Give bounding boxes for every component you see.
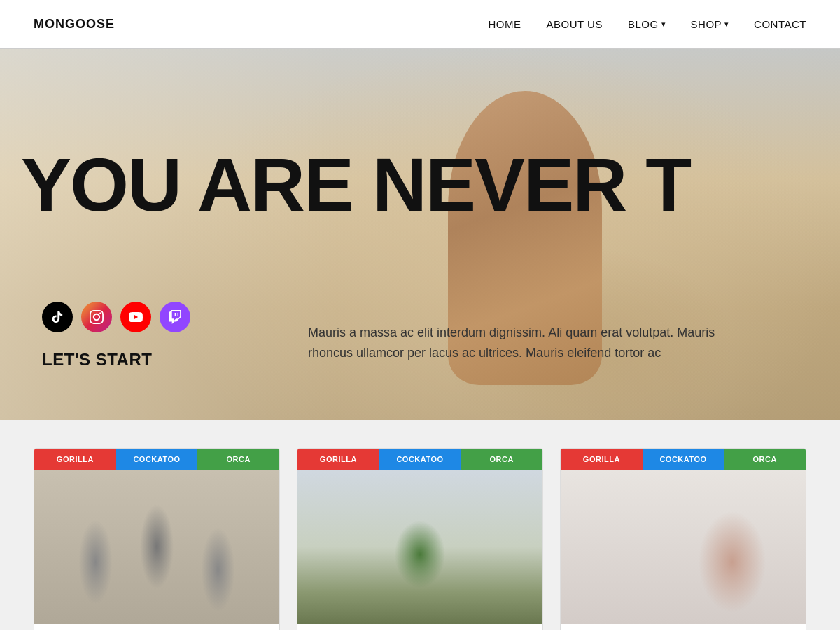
hero-cta-text[interactable]: LET'S START [42, 350, 152, 370]
chevron-down-icon: ▾ [662, 20, 666, 29]
card-1: GORILLA COCKATOO ORCA [34, 448, 280, 630]
tag-gorilla-1[interactable]: GORILLA [34, 449, 116, 470]
hero-social-links [42, 302, 190, 332]
tag-gorilla-2[interactable]: GORILLA [298, 449, 379, 470]
header: MONGOOSE HOME ABOUT US BLOG ▾ SHOP ▾ CON… [0, 0, 840, 49]
card-1-image [34, 470, 279, 624]
chevron-down-icon: ▾ [724, 20, 729, 29]
tag-cockatoo-1[interactable]: COCKATOO [116, 449, 198, 470]
hero-headline: YOU ARE NEVER T [21, 147, 690, 223]
nav-shop-dropdown[interactable]: SHOP ▾ [691, 18, 729, 30]
card-2-image [298, 470, 542, 624]
hero-section: YOU ARE NEVER T LET'S START Mauris a mas… [0, 49, 840, 420]
main-nav: HOME ABOUT US BLOG ▾ SHOP ▾ CONTACT [489, 18, 807, 30]
card-3: GORILLA COCKATOO ORCA [560, 448, 806, 630]
card-2: GORILLA COCKATOO ORCA [297, 448, 543, 630]
tag-orca-1[interactable]: ORCA [197, 449, 279, 470]
card-3-image [561, 470, 806, 624]
card-2-tags: GORILLA COCKATOO ORCA [298, 449, 542, 470]
tag-gorilla-3[interactable]: GORILLA [561, 449, 643, 470]
nav-about[interactable]: ABOUT US [547, 18, 603, 30]
twitch-icon[interactable] [160, 302, 190, 332]
tiktok-icon[interactable] [42, 302, 73, 332]
tag-cockatoo-2[interactable]: COCKATOO [379, 449, 461, 470]
site-logo[interactable]: MONGOOSE [34, 17, 115, 31]
nav-blog-dropdown[interactable]: BLOG ▾ [628, 18, 666, 30]
nav-home[interactable]: HOME [489, 18, 522, 30]
cards-section: GORILLA COCKATOO ORCA GORILLA COCKATOO O… [0, 420, 840, 630]
tag-cockatoo-3[interactable]: COCKATOO [643, 449, 724, 470]
nav-shop[interactable]: SHOP [691, 18, 722, 30]
tag-orca-3[interactable]: ORCA [724, 449, 806, 470]
card-1-tags: GORILLA COCKATOO ORCA [34, 449, 279, 470]
youtube-icon[interactable] [120, 302, 151, 332]
hero-description: Mauris a massa ac elit interdum dignissi… [308, 323, 756, 364]
instagram-icon[interactable] [81, 302, 112, 332]
nav-contact[interactable]: CONTACT [754, 18, 806, 30]
card-3-tags: GORILLA COCKATOO ORCA [561, 449, 806, 470]
nav-blog[interactable]: BLOG [628, 18, 659, 30]
tag-orca-2[interactable]: ORCA [461, 449, 542, 470]
